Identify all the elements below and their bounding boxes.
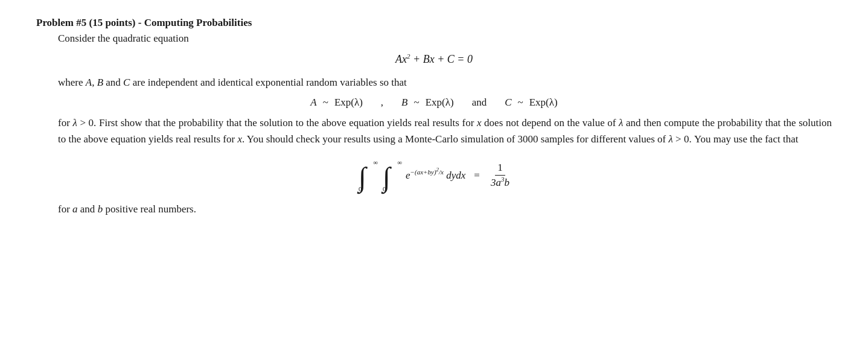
fraction-denominator: 3a3b [488, 176, 512, 189]
equals-sign: = [474, 170, 480, 182]
dist-a-label: A [310, 97, 316, 109]
double-integral: ∞ ∫ 0 ∞ ∫ 0 [356, 159, 406, 192]
dist-b-dist: Exp(λ) [426, 97, 454, 109]
lower-limit-1: 0 [359, 185, 362, 192]
and-word: and [472, 97, 487, 109]
dist-a: A ~ Exp(λ) [310, 97, 363, 109]
upper-limit-2: ∞ [397, 159, 402, 166]
main-equation: Ax2 + Bx + C = 0 [36, 53, 832, 66]
main-paragraph: for λ > 0. First show that the probabili… [58, 115, 832, 147]
intro-text: Consider the quadratic equation [58, 33, 832, 45]
problem-container: Problem #5 (15 points) - Computing Proba… [36, 17, 832, 215]
comma-separator: , [381, 97, 383, 109]
result-fraction: 1 3a3b [488, 162, 512, 189]
dist-c: C ~ Exp(λ) [505, 97, 558, 109]
dist-c-dist: Exp(λ) [529, 97, 558, 109]
lower-limit-2: 0 [383, 185, 386, 192]
upper-limit-1: ∞ [373, 159, 378, 166]
dist-b: B ~ Exp(λ) [401, 97, 454, 109]
bottom-text: for a and b positive real numbers. [58, 203, 832, 215]
tilde-a: ~ [323, 97, 328, 109]
tilde-c: ~ [518, 97, 523, 109]
integrand: e−(ax+by)2/x dydx [406, 170, 465, 182]
tilde-b: ~ [413, 97, 419, 109]
fraction-numerator: 1 [495, 162, 505, 176]
distributions-line: A ~ Exp(λ) , B ~ Exp(λ) and C ~ Exp(λ) [36, 97, 832, 109]
integral-section: ∞ ∫ 0 ∞ ∫ 0 e−(ax+by)2/x dydx = 1 3a3b [36, 159, 832, 192]
problem-title: Problem #5 (15 points) - Computing Proba… [36, 17, 832, 29]
dist-c-label: C [505, 97, 511, 109]
dist-b-label: B [401, 97, 407, 109]
description-1: where A, B and C are independent and ide… [58, 74, 832, 91]
dist-a-dist: Exp(λ) [334, 97, 363, 109]
